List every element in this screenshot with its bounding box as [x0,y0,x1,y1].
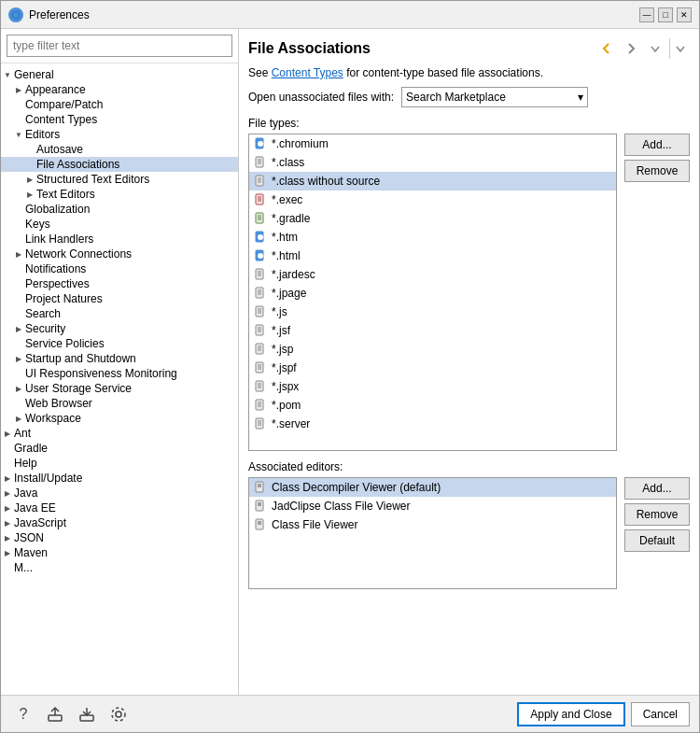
tree-item-help[interactable]: Help [1,456,238,471]
tree-label-install-update: Install/Update [14,472,82,485]
tree-item-project-natures[interactable]: Project Natures [1,291,238,306]
tree-item-maven[interactable]: ▶Maven [1,545,238,560]
file-list-item[interactable]: *.js [249,303,616,321]
tree-expander-java[interactable]: ▶ [1,486,14,500]
tree-expander-workspace[interactable]: ▶ [12,412,25,425]
dropdown-arrow-button[interactable] [645,38,665,59]
file-list-item[interactable]: *.jsp [249,340,616,359]
export-button[interactable] [42,701,68,727]
tree-item-java-ee[interactable]: ▶Java EE [1,500,238,515]
tree-item-notifications[interactable]: Notifications [1,261,238,276]
content-types-link[interactable]: Content Types [272,66,343,79]
tree-item-text-editors[interactable]: ▶Text Editors [1,187,238,202]
file-type-icon [253,248,268,263]
tree-expander-security[interactable]: ▶ [12,322,25,335]
tree-item-security[interactable]: ▶Security [1,321,238,336]
tree-item-content-types[interactable]: Content Types [1,112,238,127]
tree-item-structured-text-editors[interactable]: ▶Structured Text Editors [1,172,238,187]
filter-input[interactable] [7,35,232,57]
minimize-button[interactable]: — [639,7,654,22]
tree-item-install-update[interactable]: ▶Install/Update [1,471,238,486]
tree-expander-appearance[interactable]: ▶ [12,83,25,96]
svg-rect-68 [49,715,62,721]
tree-item-ui-responsiveness[interactable]: UI Responsiveness Monitoring [1,366,238,381]
file-list-item[interactable]: *.jpage [249,284,616,303]
back-button[interactable] [596,38,617,59]
import-button[interactable] [74,701,100,727]
tree-expander-user-storage[interactable]: ▶ [12,382,25,395]
remove-file-button[interactable]: Remove [624,160,690,182]
more-button[interactable] [669,38,690,59]
add-file-button[interactable]: Add... [624,134,690,156]
tree-expander-json[interactable]: ▶ [1,531,14,544]
tree-item-link-handlers[interactable]: Link Handlers [1,232,238,247]
tree-item-perspectives[interactable]: Perspectives [1,276,238,291]
file-list-item[interactable]: *.class [249,153,616,172]
file-list-item[interactable]: *.gradle [249,209,616,228]
assoc-editor-item[interactable]: Class File Viewer [249,515,616,534]
svg-point-0 [12,11,20,19]
tree-item-gradle[interactable]: Gradle [1,441,238,456]
file-list-item[interactable]: *.jardesc [249,265,616,284]
tree-expander-maven[interactable]: ▶ [1,546,14,559]
help-button[interactable]: ? [10,701,36,727]
tree-item-more[interactable]: M... [1,560,238,575]
tree-item-user-storage[interactable]: ▶User Storage Service [1,381,238,396]
file-list-item[interactable]: *.exec [249,190,616,209]
tree-expander-editors[interactable]: ▼ [12,128,25,141]
tree-item-json[interactable]: ▶JSON [1,530,238,545]
tree-item-search[interactable]: Search [1,306,238,321]
settings-button[interactable] [105,701,132,727]
file-type-name: *.class without source [272,175,380,188]
file-list-item[interactable]: *.jspx [249,377,616,396]
tree-item-startup-shutdown[interactable]: ▶Startup and Shutdown [1,351,238,366]
maximize-button[interactable]: □ [658,7,673,22]
file-type-icon [253,174,268,189]
cancel-button[interactable]: Cancel [631,702,690,726]
apply-close-button[interactable]: Apply and Close [517,702,624,726]
tree-expander-install-update[interactable]: ▶ [1,472,14,485]
tree-item-workspace[interactable]: ▶Workspace [1,411,238,426]
file-list-item[interactable]: *.chromium [249,134,616,153]
tree-item-appearance[interactable]: ▶Appearance [1,82,238,97]
add-assoc-button[interactable]: Add... [624,477,690,500]
tree-item-javascript[interactable]: ▶JavaScript [1,515,238,530]
close-button[interactable]: ✕ [677,7,692,22]
tree-item-editors[interactable]: ▼Editors [1,127,238,142]
tree-expander-ant[interactable]: ▶ [1,427,14,440]
tree-item-network-connections[interactable]: ▶Network Connections [1,247,238,261]
tree-item-java[interactable]: ▶Java [1,486,238,500]
tree-item-autosave[interactable]: Autosave [1,142,238,157]
open-with-dropdown[interactable]: Search Marketplace ▾ [401,87,588,107]
tree-expander-structured-text-editors[interactable]: ▶ [23,173,36,186]
tree-expander-javascript[interactable]: ▶ [1,516,14,529]
default-assoc-button[interactable]: Default [624,529,690,552]
file-type-name: *.jsp [272,343,293,356]
file-list-item[interactable]: *.html [249,247,616,265]
assoc-action-buttons: Add...RemoveDefault [624,477,690,589]
tree-item-general[interactable]: ▼General [1,67,238,82]
file-list-item[interactable]: *.jspf [249,359,616,377]
tree-expander-network-connections[interactable]: ▶ [12,247,25,261]
tree-item-compare-patch[interactable]: Compare/Patch [1,97,238,112]
file-list-item[interactable]: *.server [249,415,616,433]
assoc-editor-item[interactable]: JadClipse Class File Viewer [249,497,616,515]
tree-item-web-browser[interactable]: Web Browser [1,396,238,411]
tree-expander-globalization [12,203,25,216]
tree-expander-general[interactable]: ▼ [1,68,14,81]
tree-expander-startup-shutdown[interactable]: ▶ [12,352,25,365]
tree-item-file-associations[interactable]: File Associations [1,157,238,172]
tree-item-keys[interactable]: Keys [1,217,238,232]
file-list-item[interactable]: *.jsf [249,321,616,340]
file-list-item[interactable]: *.htm [249,228,616,247]
tree-expander-java-ee[interactable]: ▶ [1,501,14,515]
tree-item-globalization[interactable]: Globalization [1,202,238,217]
tree-item-ant[interactable]: ▶Ant [1,426,238,441]
tree-item-service-policies[interactable]: Service Policies [1,336,238,351]
forward-button[interactable] [621,38,641,59]
assoc-editor-item[interactable]: Class Decompiler Viewer (default) [249,478,616,497]
file-list-item[interactable]: *.pom [249,396,616,415]
tree-expander-text-editors[interactable]: ▶ [23,188,36,201]
file-list-item[interactable]: *.class without source [249,172,616,190]
remove-assoc-button[interactable]: Remove [624,503,690,526]
